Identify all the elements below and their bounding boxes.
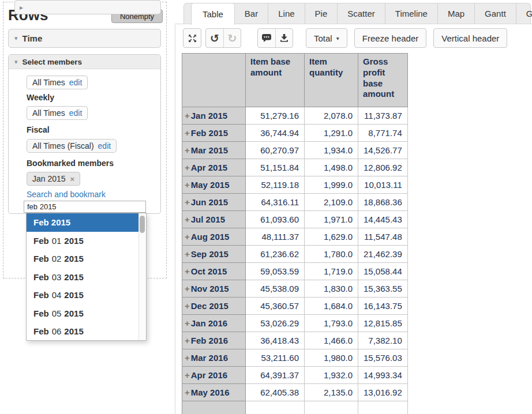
data-cell[interactable]: 1,999.0 xyxy=(305,176,358,194)
data-cell[interactable]: 11,373.87 xyxy=(358,107,408,125)
download-button[interactable] xyxy=(275,29,293,47)
data-cell[interactable]: 1,466.0 xyxy=(305,332,358,349)
expand-plus-icon[interactable]: + xyxy=(185,266,190,276)
dropdown-scrollbar[interactable] xyxy=(138,213,146,340)
data-cell[interactable]: 10,013.11 xyxy=(358,176,408,194)
data-cell[interactable]: 1,629.0 xyxy=(305,228,358,246)
data-cell[interactable]: 15,576.03 xyxy=(358,349,408,367)
remove-bookmark-icon[interactable]: × xyxy=(70,175,75,183)
data-cell[interactable]: 36,418.43 xyxy=(246,332,305,349)
view-tab[interactable]: Map xyxy=(437,3,474,24)
view-tab[interactable]: Gauge xyxy=(516,3,532,24)
data-cell[interactable]: 1,980.0 xyxy=(305,349,358,367)
undo-button[interactable]: ↺ xyxy=(206,29,223,47)
row-header-cell[interactable]: +Feb 2016 xyxy=(182,332,246,349)
expand-plus-icon[interactable]: + xyxy=(185,284,190,293)
data-cell[interactable]: 62,405.38 xyxy=(246,384,305,401)
data-cell[interactable]: 1,971.0 xyxy=(305,211,358,228)
row-header-cell[interactable]: +Jul 2015 xyxy=(182,211,246,228)
expand-plus-icon[interactable]: + xyxy=(185,163,190,172)
expand-plus-icon[interactable]: + xyxy=(185,353,190,363)
data-cell[interactable]: 1,934.0 xyxy=(305,142,358,159)
data-cell[interactable]: 16,143.75 xyxy=(358,298,408,315)
data-cell[interactable]: 11,547.48 xyxy=(358,228,408,246)
data-cell[interactable]: 45,538.09 xyxy=(246,280,305,298)
expand-plus-icon[interactable]: + xyxy=(185,249,190,259)
dropdown-item[interactable]: Feb 02 2015 xyxy=(27,250,138,268)
expand-plus-icon[interactable]: + xyxy=(185,180,190,190)
row-header-cell[interactable]: +Dec 2015 xyxy=(182,298,246,315)
expand-plus-icon[interactable]: + xyxy=(185,387,190,397)
edit-link[interactable]: edit xyxy=(69,108,83,118)
data-cell[interactable]: 48,111.37 xyxy=(246,228,305,246)
row-header-cell[interactable]: +May 2016 xyxy=(182,384,246,401)
data-cell[interactable]: 1,830.0 xyxy=(305,280,358,298)
data-cell[interactable]: 51,279.16 xyxy=(246,107,305,125)
data-cell[interactable]: 2,078.0 xyxy=(305,107,358,125)
search-and-bookmark-link[interactable]: Search and bookmark xyxy=(27,190,106,199)
select-members-header[interactable]: ▾ Select members xyxy=(9,55,160,69)
data-cell[interactable]: 1,793.0 xyxy=(305,315,358,332)
expand-all-button[interactable] xyxy=(183,28,201,48)
data-cell[interactable]: 1,719.0 xyxy=(305,263,358,280)
row-header-cell[interactable]: +Jan 2015 xyxy=(182,107,246,125)
expand-plus-icon[interactable]: + xyxy=(185,145,190,155)
data-cell[interactable]: 64,316.11 xyxy=(246,194,305,211)
dropdown-item[interactable]: Feb 01 2015 xyxy=(27,232,138,250)
view-tab[interactable]: Bar xyxy=(235,3,268,24)
data-cell[interactable]: 12,806.92 xyxy=(358,159,408,176)
column-header[interactable]: Gross profit base amount xyxy=(358,54,408,107)
data-cell[interactable]: 13,016.92 xyxy=(358,384,408,401)
row-header-cell[interactable]: +Jan 2016 xyxy=(182,315,246,332)
expand-plus-icon[interactable]: + xyxy=(185,128,190,138)
column-header[interactable]: Item base amount xyxy=(246,54,305,107)
data-cell[interactable]: 2,135.0 xyxy=(305,384,358,401)
data-cell[interactable]: 15,058.44 xyxy=(358,263,408,280)
dropdown-item[interactable]: Feb 03 2015 xyxy=(27,268,138,287)
data-cell[interactable]: 1,684.0 xyxy=(305,298,358,315)
data-cell[interactable]: 14,993.34 xyxy=(358,367,408,384)
data-cell[interactable]: 12,815.85 xyxy=(358,315,408,332)
view-tab[interactable]: Pie xyxy=(305,3,338,24)
data-cell[interactable]: 61,093.60 xyxy=(246,211,305,228)
dropdown-item-selected[interactable]: Feb 2015 xyxy=(27,213,138,232)
expand-plus-icon[interactable]: + xyxy=(185,214,190,224)
vertical-header-button[interactable]: Vertical header xyxy=(433,28,507,48)
row-header-cell[interactable]: +Nov 2015 xyxy=(182,280,246,298)
data-cell[interactable]: 8,771.74 xyxy=(358,125,408,142)
expand-plus-icon[interactable]: + xyxy=(185,318,190,328)
row-header-cell[interactable]: +Mar 2016 xyxy=(182,349,246,367)
data-cell[interactable]: 51,151.84 xyxy=(246,159,305,176)
member-search-input[interactable] xyxy=(24,201,146,213)
data-cell[interactable]: 2,109.0 xyxy=(305,194,358,211)
data-cell[interactable]: 15,363.55 xyxy=(358,280,408,298)
data-cell[interactable]: 45,360.57 xyxy=(246,298,305,315)
dropdown-item[interactable]: Feb 04 2015 xyxy=(27,286,138,304)
time-hierarchy-panel[interactable]: ▾ Time xyxy=(8,29,161,48)
data-cell[interactable]: 7,382.10 xyxy=(358,332,408,349)
data-cell[interactable]: 21,462.39 xyxy=(358,246,408,263)
collapsed-hierarchy-panel[interactable]: ▸ xyxy=(14,0,161,14)
data-cell[interactable]: 1,291.0 xyxy=(305,125,358,142)
data-cell[interactable]: 36,744.94 xyxy=(246,125,305,142)
redo-button[interactable]: ↻ xyxy=(223,29,241,47)
data-cell[interactable]: 53,026.29 xyxy=(246,315,305,332)
dropdown-scrollbar-thumb[interactable] xyxy=(140,216,145,233)
expand-plus-icon[interactable]: + xyxy=(185,336,190,345)
data-cell[interactable]: 53,211.60 xyxy=(246,349,305,367)
data-cell[interactable]: 1,780.0 xyxy=(305,246,358,263)
row-header-cell[interactable]: +Mar 2015 xyxy=(182,142,246,159)
column-header[interactable]: Item quantity xyxy=(305,54,358,107)
data-cell[interactable]: 1,498.0 xyxy=(305,159,358,176)
edit-link[interactable]: edit xyxy=(98,141,111,150)
freeze-header-button[interactable]: Freeze header xyxy=(354,28,427,48)
view-tab[interactable]: Scatter xyxy=(337,3,385,24)
expand-plus-icon[interactable]: + xyxy=(185,301,190,311)
row-header-cell[interactable]: +Jun 2015 xyxy=(182,194,246,211)
view-tab[interactable]: Timeline xyxy=(385,3,437,24)
expand-plus-icon[interactable]: + xyxy=(185,111,190,121)
expand-plus-icon[interactable]: + xyxy=(185,370,190,380)
dropdown-item[interactable]: Feb 05 2015 xyxy=(27,304,138,323)
row-header-cell[interactable]: +Aug 2015 xyxy=(182,228,246,246)
data-cell[interactable]: 59,053.59 xyxy=(246,263,305,280)
